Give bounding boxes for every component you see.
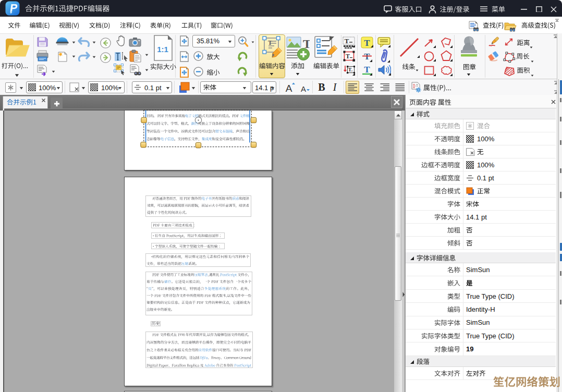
svg-text:T.: T. [348,67,353,72]
svg-text:1:1: 1:1 [157,45,168,54]
svg-text:B: B [318,81,325,93]
svg-text:T: T [268,39,272,46]
svg-text:T: T [345,37,349,45]
svg-text:I: I [333,81,337,93]
svg-text:A: A [301,84,306,93]
svg-text:T: T [346,53,350,60]
svg-text:T: T [364,38,370,48]
svg-text:A: A [286,83,292,93]
